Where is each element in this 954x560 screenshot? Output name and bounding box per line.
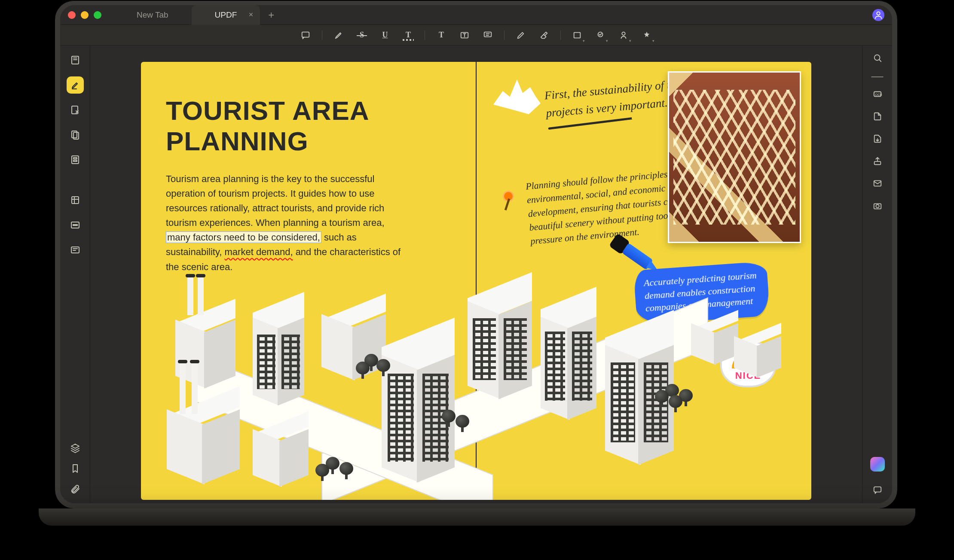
ocr-panel[interactable]: OCR [871, 88, 884, 100]
svg-rect-17 [73, 160, 77, 161]
window-traffic-lights [68, 11, 101, 19]
chevron-down-icon: ▾ [629, 39, 631, 43]
tab-new[interactable]: New Tab [113, 5, 192, 25]
sticker-tool[interactable]: ▾ [640, 28, 654, 42]
pages-icon [70, 130, 80, 140]
export-panel[interactable] [871, 132, 884, 145]
window-zoom-button[interactable] [94, 11, 101, 19]
signature-icon [619, 30, 628, 40]
svg-rect-3 [484, 32, 492, 37]
doc-title: TOURIST AREA PLANNING [166, 95, 451, 156]
ocr-icon: OCR [873, 89, 882, 99]
rectangle-icon [572, 30, 582, 40]
toolbar-divider [425, 30, 425, 40]
svg-rect-30 [874, 487, 881, 492]
toolbar-divider [322, 30, 322, 40]
shape-tool[interactable]: ▾ [570, 28, 584, 42]
strikethrough-tool[interactable]: S [355, 28, 369, 42]
chevron-down-icon: ▾ [583, 39, 585, 43]
highlighter-icon [334, 30, 343, 40]
svg-line-23 [879, 60, 881, 62]
pencil-tool[interactable] [514, 28, 528, 42]
add-tab-button[interactable]: + [264, 9, 278, 21]
toolbar-divider [504, 30, 505, 40]
edit-mode[interactable] [67, 101, 84, 119]
crop-mode[interactable] [67, 192, 84, 209]
annotate-mode[interactable] [67, 76, 84, 94]
laptop-base [39, 508, 915, 526]
window-minimize-button[interactable] [81, 11, 89, 19]
eraser-tool[interactable] [537, 28, 551, 42]
textbox-icon [460, 30, 469, 40]
page-left: TOURIST AREA PLANNING Tourism area plann… [141, 62, 476, 500]
layers-button[interactable] [69, 441, 82, 454]
camera-icon [873, 201, 882, 210]
rainbow-icon [732, 352, 764, 368]
construction-photo[interactable] [668, 71, 801, 243]
attachment-button[interactable] [69, 483, 82, 496]
chat-icon [873, 485, 882, 495]
form-mode[interactable] [67, 151, 84, 168]
bookmark-icon [70, 463, 80, 474]
underline-tool[interactable]: U [378, 28, 392, 42]
pushpin-sticker[interactable] [497, 191, 518, 212]
toolbar-divider [560, 30, 561, 40]
chat-button[interactable] [871, 484, 884, 496]
left-sidebar-bottom [69, 441, 82, 496]
svg-point-8 [622, 32, 625, 35]
form-icon [70, 155, 80, 165]
nice-label: NICE [735, 370, 761, 381]
pencil-icon [516, 30, 526, 40]
signature-tool[interactable]: ▾ [617, 28, 630, 42]
file-panel[interactable] [871, 110, 884, 123]
search-button[interactable] [871, 52, 884, 64]
file-icon [873, 112, 882, 121]
tab-updf[interactable]: UPDF × [192, 5, 260, 25]
svg-rect-20 [73, 224, 78, 226]
squiggly-annotation[interactable]: market demand, [225, 247, 293, 257]
redact-mode[interactable] [67, 216, 84, 234]
bookmark-button[interactable] [69, 462, 82, 475]
textbox-tool[interactable] [458, 28, 471, 42]
page-right: First, the sustainability of tourism pro… [476, 62, 811, 500]
edit-page-icon [70, 105, 80, 115]
marker-highlight-note[interactable]: Accurately predicting tourism demand ena… [633, 261, 770, 325]
eraser-icon [539, 30, 549, 40]
chevron-down-icon: ▾ [652, 39, 654, 43]
mail-panel[interactable] [871, 177, 884, 190]
export-icon [873, 134, 882, 143]
chevron-down-icon: ▾ [606, 39, 608, 43]
document-canvas[interactable]: TOURIST AREA PLANNING Tourism area plann… [90, 46, 862, 503]
collapse-button[interactable]: — [871, 74, 884, 78]
svg-point-29 [876, 204, 879, 207]
organize-mode[interactable] [67, 126, 84, 143]
workspace: TOURIST AREA PLANNING Tourism area plann… [60, 46, 892, 503]
page-spread: TOURIST AREA PLANNING Tourism area plann… [141, 62, 811, 500]
tab-label: New Tab [137, 10, 168, 20]
highlight-annotation[interactable]: many factors need to be considered, [166, 231, 321, 243]
rainbow-nice-sticker[interactable]: NICE [720, 340, 776, 387]
screenshot-panel[interactable] [871, 199, 884, 212]
svg-rect-26 [874, 161, 881, 164]
squiggly-tool[interactable]: T [401, 28, 415, 42]
paperclip-icon [70, 484, 80, 494]
window-close-button[interactable] [68, 11, 76, 19]
close-tab-icon[interactable]: × [249, 10, 254, 19]
user-icon [874, 10, 883, 20]
callout-tool[interactable] [481, 28, 495, 42]
share-panel[interactable] [871, 155, 884, 167]
book-icon [70, 55, 80, 65]
svg-rect-16 [73, 158, 77, 159]
ai-assistant-button[interactable] [870, 457, 885, 472]
ocr-mode[interactable] [67, 241, 84, 259]
titlebar: New Tab UPDF × + [60, 5, 892, 25]
stamp-tool[interactable]: ▾ [593, 28, 607, 42]
text-tool[interactable]: T [434, 28, 448, 42]
comment-tool[interactable] [299, 28, 312, 42]
speech-bubble-icon [301, 30, 310, 40]
reader-mode[interactable] [67, 52, 84, 69]
account-avatar[interactable] [872, 9, 884, 21]
origami-sticker[interactable] [493, 76, 541, 114]
highlight-tool[interactable] [332, 28, 346, 42]
doc-paragraph: Tourism area planning is the key to the … [166, 172, 407, 274]
